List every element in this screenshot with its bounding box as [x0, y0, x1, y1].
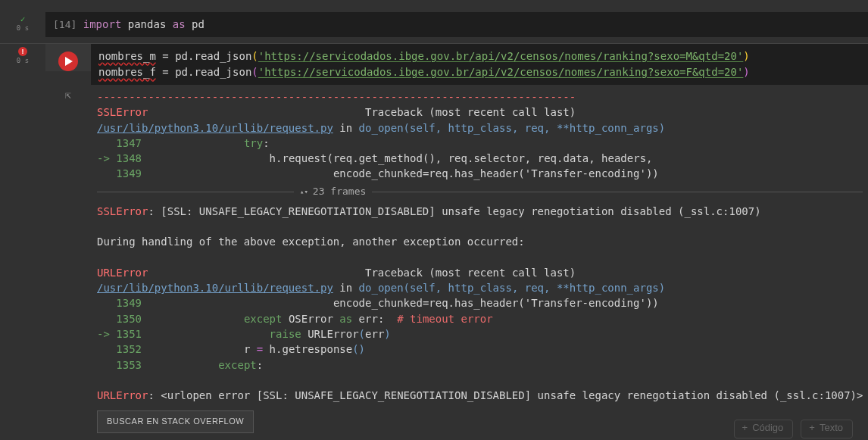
error-icon: !	[18, 47, 27, 56]
prompt-number: [14]	[53, 14, 76, 35]
code-cell-2: ! 0 s nombres_m = pd.read_json('https://…	[0, 43, 868, 440]
add-text-cell-button[interactable]: +Texto	[801, 420, 853, 438]
output-gutter: ⇱	[45, 85, 91, 440]
code-cell-1: ✓ 0 s [14] import pandas as pd	[0, 12, 868, 37]
add-cell-bar: +Código +Texto	[0, 418, 868, 440]
cell-output: ⇱ --------------------------------------…	[45, 85, 868, 440]
cell-gutter: ✓ 0 s	[0, 12, 45, 37]
play-icon	[64, 57, 73, 66]
code-editor[interactable]: [14] import pandas as pd	[45, 12, 868, 37]
plus-icon: +	[809, 422, 815, 433]
check-icon: ✓	[20, 15, 26, 23]
cell-input-row: [14] import pandas as pd	[45, 12, 868, 37]
notebook: ✓ 0 s [14] import pandas as pd ! 0 s	[0, 0, 868, 440]
run-button[interactable]	[58, 51, 78, 71]
cell-input-row: nombres_m = pd.read_json('https://servic…	[45, 44, 868, 85]
exec-time: 0 s	[17, 57, 29, 65]
traceback-file-link[interactable]: /usr/lib/python3.10/urllib/request.py	[97, 282, 333, 294]
plus-icon: +	[742, 422, 748, 433]
exec-time: 0 s	[17, 24, 29, 33]
output-collapse-icon[interactable]: ⇱	[65, 89, 71, 440]
code-editor[interactable]: nombres_m = pd.read_json('https://servic…	[91, 44, 868, 85]
run-cell-area	[45, 44, 91, 71]
frames-expander[interactable]: ▴▾23 frames	[97, 185, 863, 199]
traceback-file-link[interactable]: /usr/lib/python3.10/urllib/request.py	[97, 122, 333, 134]
cell-gutter: ! 0 s	[0, 44, 45, 440]
traceback: ----------------------------------------…	[91, 85, 868, 440]
add-code-cell-button[interactable]: +Código	[734, 420, 794, 438]
expand-icon: ▴▾	[300, 190, 308, 194]
